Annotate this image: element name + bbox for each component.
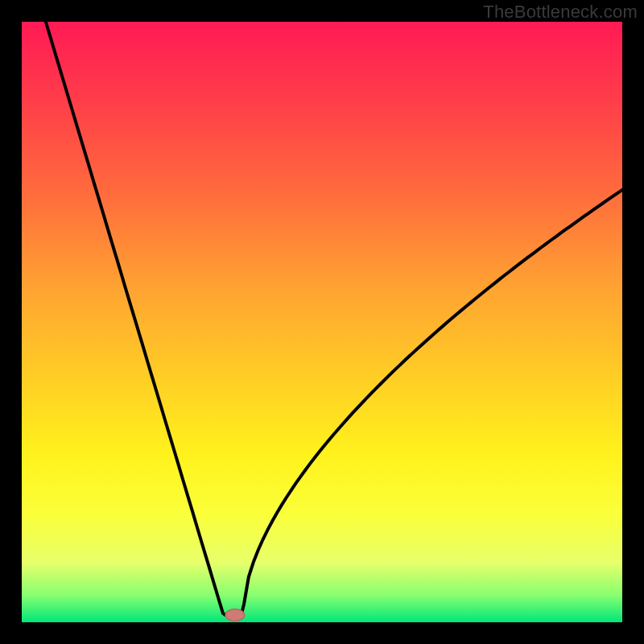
bottleneck-chart: [22, 22, 622, 622]
plot-background: [22, 22, 622, 622]
chart-frame: TheBottleneck.com: [0, 0, 644, 644]
watermark-text: TheBottleneck.com: [483, 2, 638, 23]
minimum-marker: [225, 609, 245, 621]
